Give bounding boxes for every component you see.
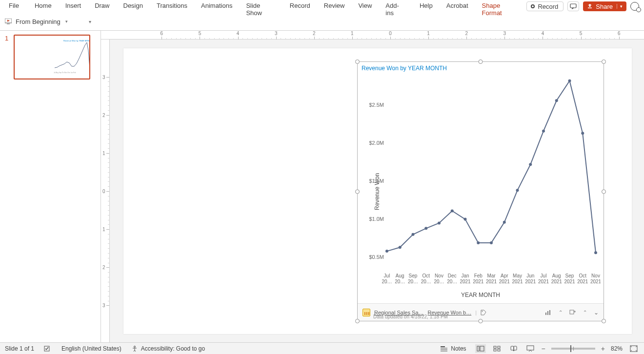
ruler-h-number: 2 bbox=[465, 31, 468, 36]
tab-record[interactable]: Record bbox=[283, 0, 317, 13]
visualize-chevron-icon[interactable]: ⌃ bbox=[559, 310, 563, 315]
x-axis-title: YEAR MONTH bbox=[358, 292, 604, 298]
x-tick-label-month: May bbox=[513, 273, 522, 278]
powerbi-icon bbox=[362, 309, 370, 316]
tab-file[interactable]: File bbox=[0, 0, 28, 13]
zoom-slider[interactable] bbox=[551, 348, 595, 350]
horizontal-ruler[interactable]: 6543210123456 bbox=[101, 31, 644, 39]
tab-shape-format[interactable]: Shape Format bbox=[475, 0, 527, 20]
notes-button[interactable]: Notes bbox=[440, 345, 466, 352]
x-tick-label-month: Nov bbox=[591, 273, 600, 278]
slide-counter[interactable]: Slide 1 of 1 bbox=[5, 345, 34, 352]
share-button[interactable]: Share ▾ bbox=[583, 1, 626, 11]
insert-chevron-icon[interactable]: ⌃ bbox=[583, 310, 587, 315]
zoom-percent-label[interactable]: 82% bbox=[611, 345, 623, 352]
thumbnail-preview-icon: Revenue Won by YEAR MONTH Jul Aug Sep Oc… bbox=[15, 36, 90, 79]
resize-handle-sw[interactable] bbox=[355, 319, 360, 323]
tab-help[interactable]: Help bbox=[413, 0, 440, 13]
reading-view-button[interactable] bbox=[508, 344, 519, 353]
chart-menu-chevron-icon[interactable]: ⌄ bbox=[594, 309, 599, 316]
resize-handle-e[interactable] bbox=[602, 189, 606, 194]
chart-visualize-icon[interactable] bbox=[545, 310, 552, 315]
chart-data-point bbox=[581, 132, 584, 135]
resize-handle-s[interactable] bbox=[479, 319, 483, 323]
chart-data-point bbox=[555, 99, 558, 102]
x-tick-label-year: 20… bbox=[408, 279, 418, 284]
share-chevron-down-icon[interactable]: ▾ bbox=[617, 4, 623, 9]
tab-design[interactable]: Design bbox=[117, 0, 150, 13]
slide-1[interactable]: Revenue Won by YEAR MONTH Revenue Won $0… bbox=[123, 48, 632, 334]
ruler-h-number: 6 bbox=[161, 31, 163, 36]
x-tick-label-year: 2021 bbox=[590, 279, 601, 284]
slide-sorter-view-button[interactable] bbox=[492, 344, 503, 353]
x-tick-label-year: 20… bbox=[447, 279, 457, 284]
chart-data-point bbox=[385, 250, 388, 253]
chart-updated-label: Data updated on 4/18/22, 1:18 PM bbox=[373, 314, 448, 319]
from-beginning-dropdown-icon[interactable]: ▾ bbox=[65, 19, 68, 24]
x-tick-label-month: Feb bbox=[474, 273, 483, 278]
zoom-out-button[interactable]: − bbox=[542, 345, 545, 353]
tab-acrobat[interactable]: Acrobat bbox=[440, 0, 475, 13]
resize-handle-se[interactable] bbox=[602, 319, 606, 323]
language-button[interactable]: English (United States) bbox=[61, 345, 121, 352]
x-tick-label-month: Jun bbox=[526, 273, 534, 278]
svg-rect-18 bbox=[498, 349, 500, 351]
from-beginning-button[interactable]: From Beginning ▾ bbox=[5, 18, 68, 25]
comments-button[interactable] bbox=[567, 1, 579, 11]
notes-icon bbox=[440, 346, 448, 352]
x-tick-label-month: Aug bbox=[552, 273, 561, 278]
tab-animations[interactable]: Animations bbox=[194, 0, 239, 13]
tab-transitions[interactable]: Transitions bbox=[150, 0, 194, 13]
embedded-chart[interactable]: Revenue Won by YEAR MONTH Revenue Won $0… bbox=[358, 62, 604, 321]
svg-rect-19 bbox=[527, 346, 534, 350]
tag-icon[interactable] bbox=[481, 310, 486, 315]
resize-handle-nw[interactable] bbox=[355, 59, 360, 64]
accessibility-button[interactable]: Accessibility: Good to go bbox=[131, 345, 205, 352]
tab-review[interactable]: Review bbox=[317, 0, 352, 13]
spell-check-icon bbox=[44, 345, 52, 352]
share-label: Share bbox=[596, 3, 613, 10]
vertical-ruler[interactable]: 3210123 bbox=[101, 39, 110, 342]
fit-to-window-button[interactable] bbox=[628, 344, 639, 353]
slide-thumbnail-1[interactable]: Revenue Won by YEAR MONTH Jul Aug Sep Oc… bbox=[14, 35, 90, 79]
chart-insert-icon[interactable] bbox=[569, 310, 576, 315]
slide-thumbnail-pane[interactable]: 1 Revenue Won by YEAR MONTH Jul Aug Sep … bbox=[0, 31, 101, 342]
comment-icon bbox=[570, 3, 577, 9]
tab-insert[interactable]: Insert bbox=[59, 0, 88, 13]
slide-scroll-area[interactable]: Revenue Won by YEAR MONTH Revenue Won $0… bbox=[110, 39, 644, 342]
ruler-v-number: 3 bbox=[102, 74, 105, 79]
resize-handle-w[interactable] bbox=[355, 189, 360, 194]
x-tick-label-month: Mar bbox=[487, 273, 496, 278]
tab-view[interactable]: View bbox=[351, 0, 379, 13]
x-tick-label-year: 2021 bbox=[473, 279, 484, 284]
from-beginning-icon bbox=[5, 19, 12, 24]
tab-slide-show[interactable]: Slide Show bbox=[239, 0, 282, 20]
account-avatar-icon[interactable] bbox=[630, 2, 639, 11]
share-icon bbox=[587, 3, 593, 9]
x-tick-label-month: Jan bbox=[461, 273, 469, 278]
resize-handle-ne[interactable] bbox=[602, 59, 606, 64]
record-button[interactable]: Record bbox=[526, 1, 564, 11]
accessibility-icon bbox=[131, 345, 138, 352]
tab-draw[interactable]: Draw bbox=[88, 0, 116, 13]
x-tick-label-month: Jul bbox=[541, 273, 547, 278]
customize-qat-button[interactable]: ▾ bbox=[86, 18, 94, 25]
ribbon-tabs: File Home Insert Draw Design Transitions… bbox=[0, 0, 644, 13]
accessibility-label: Accessibility: Good to go bbox=[141, 345, 205, 352]
notes-label: Notes bbox=[451, 345, 466, 352]
language-label: English (United States) bbox=[61, 345, 121, 352]
chart-data-point bbox=[438, 221, 441, 224]
svg-rect-7 bbox=[545, 313, 546, 315]
x-tick-label-year: 2021 bbox=[538, 279, 549, 284]
zoom-in-button[interactable]: + bbox=[601, 345, 605, 353]
slideshow-view-button[interactable] bbox=[525, 344, 536, 353]
tab-add-ins[interactable]: Add-ins bbox=[379, 0, 413, 20]
normal-view-button[interactable] bbox=[475, 344, 486, 353]
chart-data-point bbox=[424, 227, 427, 230]
chart-data-point bbox=[568, 79, 571, 82]
tab-home[interactable]: Home bbox=[28, 0, 59, 13]
resize-handle-n[interactable] bbox=[479, 59, 483, 64]
svg-text:Jul Aug Sep Oct Nov Dec Jan Fe: Jul Aug Sep Oct Nov Dec Jan Feb bbox=[54, 72, 76, 74]
x-tick-label-month: Jul bbox=[384, 273, 390, 278]
spell-check-button[interactable] bbox=[44, 345, 52, 352]
